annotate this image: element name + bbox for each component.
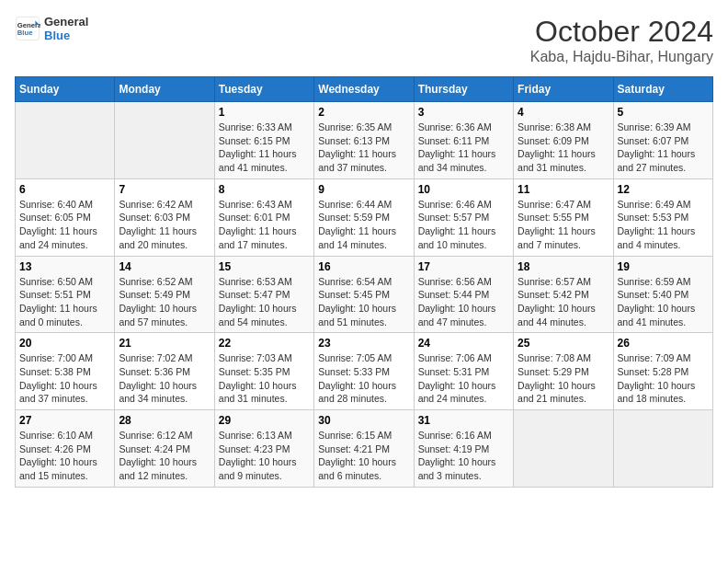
calendar-cell: 8Sunrise: 6:43 AMSunset: 6:01 PMDaylight…	[214, 178, 313, 256]
calendar-cell	[16, 102, 115, 179]
calendar-cell: 25Sunrise: 7:08 AMSunset: 5:29 PMDayligh…	[514, 333, 613, 410]
day-number: 25	[518, 337, 609, 350]
calendar-cell	[514, 410, 613, 488]
month-title: October 2024	[530, 15, 713, 49]
day-number: 5	[618, 106, 709, 119]
day-info: Sunrise: 6:44 AMSunset: 5:59 PMDaylight:…	[318, 198, 409, 252]
day-number: 1	[219, 106, 310, 119]
day-number: 13	[19, 260, 110, 273]
day-number: 18	[518, 260, 609, 273]
day-number: 7	[119, 183, 210, 196]
day-info: Sunrise: 7:00 AMSunset: 5:38 PMDaylight:…	[19, 351, 110, 406]
day-info: Sunrise: 6:47 AMSunset: 5:55 PMDaylight:…	[518, 198, 609, 252]
day-number: 2	[318, 106, 409, 119]
day-number: 3	[418, 106, 509, 119]
day-info: Sunrise: 6:35 AMSunset: 6:13 PMDaylight:…	[318, 121, 409, 175]
logo: General Blue General Blue	[15, 15, 88, 42]
day-number: 17	[418, 260, 509, 273]
calendar-header: SundayMondayTuesdayWednesdayThursdayFrid…	[16, 77, 713, 102]
weekday-header-wednesday: Wednesday	[314, 77, 414, 102]
day-info: Sunrise: 6:50 AMSunset: 5:51 PMDaylight:…	[19, 275, 110, 329]
day-number: 31	[418, 414, 509, 427]
day-info: Sunrise: 6:49 AMSunset: 5:53 PMDaylight:…	[618, 198, 709, 252]
calendar-cell: 19Sunrise: 6:59 AMSunset: 5:40 PMDayligh…	[613, 256, 712, 333]
day-info: Sunrise: 6:16 AMSunset: 4:19 PMDaylight:…	[418, 429, 509, 483]
day-number: 27	[19, 414, 110, 427]
day-info: Sunrise: 6:54 AMSunset: 5:45 PMDaylight:…	[318, 275, 409, 329]
svg-text:Blue: Blue	[17, 29, 33, 37]
day-number: 22	[219, 337, 310, 350]
day-info: Sunrise: 6:56 AMSunset: 5:44 PMDaylight:…	[418, 275, 509, 329]
day-info: Sunrise: 6:33 AMSunset: 6:15 PMDaylight:…	[219, 121, 310, 175]
calendar-cell: 22Sunrise: 7:03 AMSunset: 5:35 PMDayligh…	[214, 333, 313, 410]
calendar-cell: 12Sunrise: 6:49 AMSunset: 5:53 PMDayligh…	[613, 178, 712, 256]
weekday-header-thursday: Thursday	[414, 77, 513, 102]
calendar-cell: 14Sunrise: 6:52 AMSunset: 5:49 PMDayligh…	[115, 256, 214, 333]
day-info: Sunrise: 7:08 AMSunset: 5:29 PMDaylight:…	[518, 351, 609, 406]
day-info: Sunrise: 6:36 AMSunset: 6:11 PMDaylight:…	[418, 121, 509, 175]
day-info: Sunrise: 6:39 AMSunset: 6:07 PMDaylight:…	[618, 121, 709, 175]
calendar-cell: 3Sunrise: 6:36 AMSunset: 6:11 PMDaylight…	[414, 102, 513, 179]
calendar-cell: 10Sunrise: 6:46 AMSunset: 5:57 PMDayligh…	[414, 178, 513, 256]
logo-icon: General Blue	[15, 16, 40, 41]
weekday-header-row: SundayMondayTuesdayWednesdayThursdayFrid…	[16, 77, 713, 102]
day-number: 15	[219, 260, 310, 273]
calendar-cell: 21Sunrise: 7:02 AMSunset: 5:36 PMDayligh…	[115, 333, 214, 410]
day-info: Sunrise: 6:38 AMSunset: 6:09 PMDaylight:…	[518, 121, 609, 175]
weekday-header-monday: Monday	[115, 77, 214, 102]
calendar-cell: 2Sunrise: 6:35 AMSunset: 6:13 PMDaylight…	[314, 102, 414, 179]
day-number: 26	[618, 337, 709, 350]
calendar-cell: 27Sunrise: 6:10 AMSunset: 4:26 PMDayligh…	[16, 410, 115, 488]
location: Kaba, Hajdu-Bihar, Hungary	[530, 49, 713, 65]
day-info: Sunrise: 6:10 AMSunset: 4:26 PMDaylight:…	[19, 429, 110, 483]
day-number: 11	[518, 183, 609, 196]
day-info: Sunrise: 6:12 AMSunset: 4:24 PMDaylight:…	[119, 429, 210, 483]
day-info: Sunrise: 6:43 AMSunset: 6:01 PMDaylight:…	[219, 198, 310, 252]
calendar-cell: 24Sunrise: 7:06 AMSunset: 5:31 PMDayligh…	[414, 333, 513, 410]
day-info: Sunrise: 7:02 AMSunset: 5:36 PMDaylight:…	[119, 351, 210, 406]
day-info: Sunrise: 7:09 AMSunset: 5:28 PMDaylight:…	[618, 351, 709, 406]
weekday-header-friday: Friday	[514, 77, 613, 102]
calendar-cell: 30Sunrise: 6:15 AMSunset: 4:21 PMDayligh…	[314, 410, 414, 488]
calendar-cell: 31Sunrise: 6:16 AMSunset: 4:19 PMDayligh…	[414, 410, 513, 488]
calendar-cell: 15Sunrise: 6:53 AMSunset: 5:47 PMDayligh…	[214, 256, 313, 333]
calendar-cell: 23Sunrise: 7:05 AMSunset: 5:33 PMDayligh…	[314, 333, 414, 410]
day-number: 12	[618, 183, 709, 196]
title-block: October 2024 Kaba, Hajdu-Bihar, Hungary	[530, 15, 713, 65]
calendar-cell: 9Sunrise: 6:44 AMSunset: 5:59 PMDaylight…	[314, 178, 414, 256]
day-number: 10	[418, 183, 509, 196]
calendar-cell: 17Sunrise: 6:56 AMSunset: 5:44 PMDayligh…	[414, 256, 513, 333]
week-row-4: 20Sunrise: 7:00 AMSunset: 5:38 PMDayligh…	[16, 333, 713, 410]
day-number: 20	[19, 337, 110, 350]
calendar-cell: 5Sunrise: 6:39 AMSunset: 6:07 PMDaylight…	[613, 102, 712, 179]
day-number: 8	[219, 183, 310, 196]
day-number: 29	[219, 414, 310, 427]
day-number: 23	[318, 337, 409, 350]
day-number: 4	[518, 106, 609, 119]
day-info: Sunrise: 6:52 AMSunset: 5:49 PMDaylight:…	[119, 275, 210, 329]
calendar-cell: 28Sunrise: 6:12 AMSunset: 4:24 PMDayligh…	[115, 410, 214, 488]
day-number: 24	[418, 337, 509, 350]
week-row-3: 13Sunrise: 6:50 AMSunset: 5:51 PMDayligh…	[16, 256, 713, 333]
calendar-cell: 29Sunrise: 6:13 AMSunset: 4:23 PMDayligh…	[214, 410, 313, 488]
calendar-cell	[613, 410, 712, 488]
week-row-5: 27Sunrise: 6:10 AMSunset: 4:26 PMDayligh…	[16, 410, 713, 488]
calendar-cell: 18Sunrise: 6:57 AMSunset: 5:42 PMDayligh…	[514, 256, 613, 333]
day-number: 9	[318, 183, 409, 196]
day-info: Sunrise: 6:46 AMSunset: 5:57 PMDaylight:…	[418, 198, 509, 252]
calendar-cell: 13Sunrise: 6:50 AMSunset: 5:51 PMDayligh…	[16, 256, 115, 333]
week-row-2: 6Sunrise: 6:40 AMSunset: 6:05 PMDaylight…	[16, 178, 713, 256]
calendar-cell	[115, 102, 214, 179]
calendar-cell: 7Sunrise: 6:42 AMSunset: 6:03 PMDaylight…	[115, 178, 214, 256]
calendar-cell: 26Sunrise: 7:09 AMSunset: 5:28 PMDayligh…	[613, 333, 712, 410]
day-info: Sunrise: 6:40 AMSunset: 6:05 PMDaylight:…	[19, 198, 110, 252]
calendar-cell: 20Sunrise: 7:00 AMSunset: 5:38 PMDayligh…	[16, 333, 115, 410]
day-number: 30	[318, 414, 409, 427]
day-number: 21	[119, 337, 210, 350]
calendar-cell: 1Sunrise: 6:33 AMSunset: 6:15 PMDaylight…	[214, 102, 313, 179]
weekday-header-saturday: Saturday	[613, 77, 712, 102]
svg-text:General: General	[17, 21, 40, 29]
day-info: Sunrise: 6:53 AMSunset: 5:47 PMDaylight:…	[219, 275, 310, 329]
weekday-header-sunday: Sunday	[16, 77, 115, 102]
day-info: Sunrise: 7:03 AMSunset: 5:35 PMDaylight:…	[219, 351, 310, 406]
